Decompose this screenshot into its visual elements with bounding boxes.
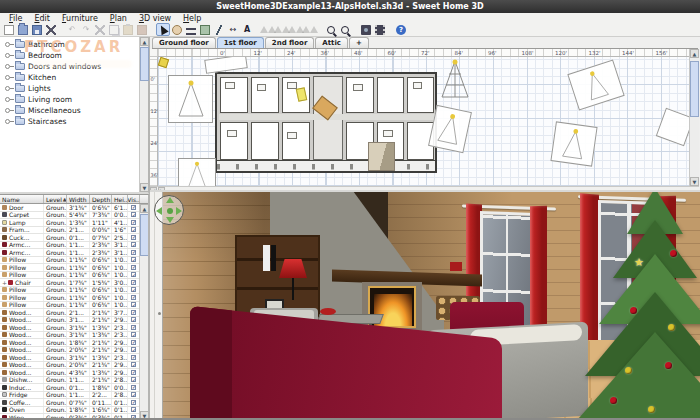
furniture-row[interactable]: PillowGroun...1'1¾"0'6¾"1'0... bbox=[0, 302, 139, 310]
column-header-width[interactable]: Width bbox=[67, 195, 90, 203]
visible-checkbox[interactable] bbox=[131, 332, 136, 337]
visible-checkbox[interactable] bbox=[131, 257, 136, 262]
visible-checkbox[interactable] bbox=[131, 407, 136, 412]
visible-checkbox[interactable] bbox=[131, 377, 136, 382]
plan-scroll-thumb[interactable] bbox=[690, 61, 699, 117]
visible-checkbox[interactable] bbox=[131, 250, 136, 255]
paste-button[interactable] bbox=[121, 23, 135, 36]
visible-checkbox[interactable] bbox=[131, 272, 136, 277]
furniture-row[interactable]: WineGroun...0'3¾"0'3¾"0'1... bbox=[0, 414, 139, 420]
furniture-row[interactable]: Coffe...Groun...0'7¾"0'11...0'1... bbox=[0, 399, 139, 407]
redo-button[interactable] bbox=[79, 23, 93, 36]
add-furniture-button[interactable] bbox=[135, 23, 149, 36]
plan-canvas[interactable] bbox=[158, 57, 689, 186]
level-tab-2nd-floor[interactable]: 2nd floor bbox=[265, 37, 315, 48]
add-level-tab[interactable]: + bbox=[349, 37, 369, 48]
catalog-category-miscellaneous[interactable]: Miscellaneous bbox=[1, 105, 148, 116]
furniture-row[interactable]: PillowGroun...1'1¾"0'6¾"1'0... bbox=[0, 294, 139, 302]
catalog-scroll-thumb[interactable] bbox=[140, 47, 149, 81]
furniture-row[interactable]: PillowGroun...1'1¾"0'6¾"1'0... bbox=[0, 264, 139, 272]
furniture-row[interactable]: FridgeGroun...1'1...2'2...2'8... bbox=[0, 392, 139, 400]
undo-button[interactable] bbox=[65, 23, 79, 36]
furniture-row[interactable]: Wood...Groun...3'1...2'1¾"2'9... bbox=[0, 317, 139, 325]
column-header-hei[interactable]: Hei... bbox=[112, 195, 128, 203]
furniture-row[interactable]: Armc...Groun...1'1...2'3¾"3'1... bbox=[0, 242, 139, 250]
create-walls-button[interactable] bbox=[184, 23, 198, 36]
visible-checkbox[interactable] bbox=[131, 205, 136, 210]
furniture-row[interactable]: PillowGroun...1'1¾"0'6¾"1'0... bbox=[0, 272, 139, 280]
furniture-row[interactable]: Wood...Groun...4'3¾"1'3¾"2'9... bbox=[0, 369, 139, 377]
visible-checkbox[interactable] bbox=[131, 355, 136, 360]
furniture-row[interactable]: Wood...Groun...3'1¾"1'3¾"2'3... bbox=[0, 354, 139, 362]
plan-tool-2-button[interactable] bbox=[275, 23, 289, 36]
furniture-row[interactable]: Wood...Groun...1'8¾"2'1¾"2'9... bbox=[0, 339, 139, 347]
furniture-row[interactable]: DoorGroun...3'1¾"0'6¾"6'1... bbox=[0, 204, 139, 212]
furniture-row[interactable]: PillowGroun...1'1¾"0'6¾"1'0... bbox=[0, 257, 139, 265]
cut-button[interactable] bbox=[93, 23, 107, 36]
visible-checkbox[interactable] bbox=[131, 310, 136, 315]
furniture-row[interactable]: Wood...Groun...2'0¾"2'1¾"2'9... bbox=[0, 362, 139, 370]
furniture-row[interactable]: Armc...Groun...1'1...2'3¾"3'1... bbox=[0, 249, 139, 257]
scroll-up-icon[interactable]: ▲ bbox=[140, 204, 149, 213]
visible-checkbox[interactable] bbox=[131, 220, 136, 225]
visible-checkbox[interactable] bbox=[131, 302, 136, 307]
3d-view-panel[interactable]: ★ bbox=[150, 192, 700, 420]
christmas-tree-item[interactable] bbox=[438, 59, 472, 99]
visible-checkbox[interactable] bbox=[131, 242, 136, 247]
3d-navigation-compass[interactable] bbox=[154, 195, 184, 225]
create-texts-button[interactable] bbox=[240, 23, 254, 36]
column-header-depth[interactable]: Depth bbox=[90, 195, 112, 203]
christmas-tree-item[interactable] bbox=[168, 75, 213, 123]
visible-checkbox[interactable] bbox=[131, 295, 136, 300]
compass-left-icon[interactable] bbox=[156, 207, 162, 215]
furniture-row[interactable]: LampGroun...1'3¾"1'11"4'1... bbox=[0, 219, 139, 227]
furniture-row[interactable]: Wood...Groun...3'1¾"1'3¾"2'3... bbox=[0, 324, 139, 332]
furniture-row[interactable]: CarpetGroun...5'4¾"7'3¾"0'0... bbox=[0, 212, 139, 220]
visible-checkbox[interactable] bbox=[131, 340, 136, 345]
expand-handle-icon[interactable] bbox=[5, 108, 10, 113]
scroll-down-icon[interactable]: ▼ bbox=[140, 411, 149, 420]
compass-center-icon[interactable] bbox=[167, 208, 173, 214]
furniture-scroll-thumb[interactable] bbox=[140, 214, 149, 256]
visible-checkbox[interactable] bbox=[131, 347, 136, 352]
furniture-row[interactable]: Fram...Groun...2'1...0'0¾"1'6" bbox=[0, 227, 139, 235]
expand-handle-icon[interactable] bbox=[5, 64, 10, 69]
create-polylines-button[interactable] bbox=[212, 23, 226, 36]
visible-checkbox[interactable] bbox=[131, 317, 136, 322]
furniture-row[interactable]: Wood...Groun...2'0¾"2'1¾"2'9... bbox=[0, 347, 139, 355]
catalog-scrollbar[interactable]: ▲ ▼ bbox=[139, 37, 148, 192]
catalog-category-lights[interactable]: Lights bbox=[1, 83, 148, 94]
menu-file[interactable]: File bbox=[3, 14, 28, 23]
column-header-level[interactable]: Level▲ bbox=[44, 195, 67, 203]
level-tab-1st-floor[interactable]: 1st floor bbox=[217, 37, 264, 48]
open-button[interactable] bbox=[16, 23, 30, 36]
furniture-row[interactable]: Dishw...Groun...1'1...2'1¾"2'8... bbox=[0, 377, 139, 385]
visible-checkbox[interactable] bbox=[131, 362, 136, 367]
floor-plan-drawing[interactable] bbox=[215, 72, 437, 173]
catalog-category-kitchen[interactable]: Kitchen bbox=[1, 72, 148, 83]
scroll-down-icon[interactable]: ▼ bbox=[140, 183, 149, 192]
visible-checkbox[interactable] bbox=[131, 325, 136, 330]
catalog-category-living-room[interactable]: Living room bbox=[1, 94, 148, 105]
plan-tool-4-button[interactable] bbox=[303, 23, 317, 36]
zoom-in-button[interactable] bbox=[338, 23, 352, 36]
visible-checkbox[interactable] bbox=[131, 265, 136, 270]
menu-3d-view[interactable]: 3D view bbox=[133, 14, 177, 23]
expand-handle-icon[interactable] bbox=[5, 42, 10, 47]
plan-tool-1-button[interactable] bbox=[261, 23, 275, 36]
visible-checkbox[interactable] bbox=[131, 280, 136, 285]
copy-button[interactable] bbox=[107, 23, 121, 36]
expand-handle-icon[interactable] bbox=[5, 119, 10, 124]
plan-tool-3-button[interactable] bbox=[289, 23, 303, 36]
christmas-tree-item[interactable] bbox=[550, 121, 597, 166]
furniture-row[interactable]: Induc...Groun...0'1...1'8¾"0'0... bbox=[0, 384, 139, 392]
furniture-row[interactable]: Wood...Groun...2'1...2'1¾"3'7... bbox=[0, 309, 139, 317]
expand-handle-icon[interactable] bbox=[5, 97, 10, 102]
vertical-splitter[interactable] bbox=[149, 37, 150, 420]
create-dimensions-button[interactable] bbox=[226, 23, 240, 36]
catalog-category-staircases[interactable]: Staircases bbox=[1, 116, 148, 127]
expand-handle-icon[interactable] bbox=[5, 86, 10, 91]
level-tab-ground-floor[interactable]: Ground floor bbox=[152, 37, 216, 48]
scroll-up-icon[interactable]: ▲ bbox=[140, 37, 149, 46]
expand-handle-icon[interactable] bbox=[5, 75, 10, 80]
